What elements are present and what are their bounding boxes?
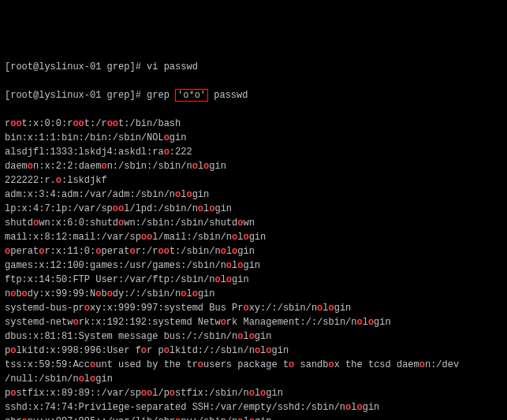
output-line: 222222:r.o:lskdjkf (5, 173, 502, 188)
output-line: nobody:x:99:99:Nobody:/:/sbin/nologin (5, 287, 502, 301)
prompt-line-1: [root@lyslinux-01 grep]# vi passwd (5, 60, 502, 74)
output-line: systemd-network:x:192:192:systemd Networ… (5, 315, 502, 329)
output-line: sshd:x:74:74:Privilege-separated SSH:/va… (5, 400, 502, 414)
output-line: alsdjfl:1333:lskdj4:askdl:rao:222 (5, 145, 502, 159)
output-line: polkitd:x:998:996:User for polkitd:/:/sb… (5, 344, 502, 358)
output-line: games:x:12:100:games:/usr/games:/sbin/no… (5, 258, 502, 273)
output-line: /null:/sbin/nologin (5, 372, 502, 386)
output-line: mail:x:8:12:mail:/var/spool/mail:/sbin/n… (5, 230, 502, 244)
prompt-pre: [root@lyslinux-01 grep]# grep (5, 90, 175, 101)
output-line: shutdown:x:6:0:shutdown:/sbin:/sbin/shut… (5, 216, 502, 230)
output-line: operator:x:11:0:operator:/root:/sbin/nol… (5, 244, 502, 258)
prompt-line-2: [root@lyslinux-01 grep]# grep 'o*o' pass… (5, 88, 502, 102)
output-line: chrony:x:997:995::/var/lib/chrony:/sbin/… (5, 414, 502, 420)
grep-pattern-box: 'o*o' (175, 89, 208, 102)
output-line: lp:x:4:7:lp:/var/spool/lpd:/sbin/nologin (5, 202, 502, 216)
output-line: adm:x:3:4:adm:/var/adm:/sbin/nologin (5, 188, 502, 202)
output-line: bin:x:1:1:bin:/bin:/sbin/NOLogin (5, 131, 502, 145)
output-line: daemon:x:2:2:daemon:/sbin:/sbin/nologin (5, 159, 502, 173)
output-line: tss:x:59:59:Account used by the trousers… (5, 358, 502, 372)
output-line: postfix:x:89:89::/var/spool/postfix:/sbi… (5, 386, 502, 400)
output-line: root:x:0:0:root:/root:/bin/bash (5, 117, 502, 131)
output-line: ftp:x:14:50:FTP User:/var/ftp:/sbin/nolo… (5, 273, 502, 287)
grep-output: root:x:0:0:root:/root:/bin/bashbin:x:1:1… (5, 117, 502, 420)
prompt-post: passwd (208, 90, 248, 101)
output-line: dbus:x:81:81:System message bus:/:/sbin/… (5, 329, 502, 344)
output-line: systemd-bus-proxy:x:999:997:systemd Bus … (5, 301, 502, 315)
